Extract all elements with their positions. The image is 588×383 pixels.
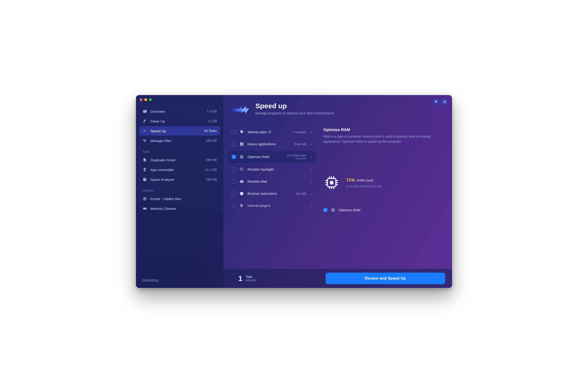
sidebar-item-duplicate-finder[interactable]: Duplicate Finder 299 MB (139, 155, 220, 165)
sidebar-item-badge: 12 GB (208, 119, 217, 123)
sidebar: Overview 7.4 GB Clean Up 12 GB (136, 95, 223, 288)
task-subvalue: Selected (287, 157, 306, 160)
footer-bar: 1 Task selected Review and Speed Up (223, 269, 452, 288)
maximize-window-button[interactable] (149, 98, 152, 101)
detail-panel: Optimize RAM RAM is a type of computer m… (323, 127, 443, 269)
svg-rect-15 (242, 143, 243, 144)
info-icon[interactable]: i (268, 130, 271, 134)
svg-rect-11 (144, 209, 145, 210)
chip-icon (331, 208, 335, 213)
sidebar-item-badge: 7.4 GB (207, 109, 217, 113)
chevron-right-icon: › (309, 179, 313, 184)
task-value: - (305, 204, 306, 208)
main-panel: Speed up Manage programs to optimize you… (223, 95, 452, 288)
task-checkbox[interactable] (232, 179, 236, 184)
task-value: 144 MB (295, 192, 306, 195)
svg-point-8 (144, 198, 146, 199)
close-window-button[interactable] (140, 98, 143, 101)
task-row-startup-apps[interactable]: Startup apps i 7 enabled › (228, 127, 316, 137)
page-title: Speed up (255, 102, 334, 110)
gauge-icon (143, 109, 147, 114)
svg-rect-24 (330, 181, 334, 185)
sidebar-item-label: App Uninstaller (150, 168, 174, 172)
sidebar-item-app-uninstaller[interactable]: App Uninstaller 11.1 GB (139, 165, 220, 174)
pie-icon (143, 177, 147, 182)
selected-task-row: Optimize RAM (323, 208, 443, 213)
selected-count-label: Task (246, 275, 256, 279)
sidebar-item-overview[interactable]: Overview 7.4 GB (139, 107, 220, 116)
task-row-reindex-mail[interactable]: Reindex Mail › (228, 176, 316, 187)
task-row-optimize-ram[interactable]: Optimize RAM 11.3 GB used Selected › (228, 151, 316, 163)
selected-count-number: 1 (238, 274, 242, 283)
sidebar-item-clean-up[interactable]: Clean Up 12 GB (139, 116, 220, 126)
chevron-right-icon: › (309, 167, 313, 172)
speed-up-hero-icon (230, 102, 252, 118)
task-row-heavy-apps[interactable]: Heavy applications 5.94 GB › (228, 139, 316, 149)
task-checkbox[interactable] (232, 155, 236, 159)
task-checkbox[interactable] (232, 167, 236, 171)
minimize-window-button[interactable] (144, 98, 147, 101)
task-checkbox (232, 204, 236, 208)
ram-percent: 71% (346, 178, 355, 182)
svg-point-20 (240, 168, 242, 170)
task-row-browser-extensions[interactable]: Browser extensions 144 MB › (228, 188, 316, 199)
chat-icon[interactable] (433, 98, 440, 105)
svg-rect-0 (143, 110, 147, 113)
sidebar-item-speed-up[interactable]: Speed Up 43 Tasks (139, 126, 220, 135)
svg-rect-13 (146, 209, 146, 210)
sidebar-item-badge: 299 MB (206, 158, 217, 162)
svg-rect-9 (143, 208, 147, 209)
task-value: 5.94 GB (294, 143, 306, 146)
task-row-reindex-spotlight[interactable]: Reindex Spotlight › (228, 164, 316, 175)
brand-logo: nektony (136, 273, 223, 288)
task-value: 7 enabled (292, 130, 306, 134)
svg-rect-1 (144, 111, 145, 111)
chevron-right-icon: › (309, 130, 313, 135)
app-window: Overview 7.4 GB Clean Up 12 GB (136, 95, 452, 288)
ram-icon (143, 206, 147, 211)
news-icon[interactable] (441, 98, 448, 105)
task-row-internet-plugins[interactable]: Internet plugins - › (228, 200, 316, 211)
sidebar-section-helpers: Helpers (136, 185, 223, 193)
detail-description: RAM is a type of computer memory that is… (323, 134, 443, 144)
task-checkbox[interactable] (232, 130, 236, 134)
duplicate-icon (143, 158, 147, 162)
sidebar-item-label: Manage Files (150, 139, 171, 143)
svg-rect-19 (241, 156, 242, 157)
speed-icon (143, 128, 147, 133)
svg-rect-6 (144, 159, 146, 162)
rocket-icon (239, 129, 244, 135)
ram-percent-label: RAM used (357, 178, 373, 182)
chip-large-icon (323, 174, 340, 191)
detail-title: Optimize RAM (323, 128, 443, 132)
sidebar-item-funter[interactable]: Funter - hidden files (139, 194, 220, 203)
sidebar-item-space-analyzer[interactable]: Space Analyzer 109 GB (139, 175, 220, 184)
svg-rect-10 (143, 209, 144, 210)
task-checkbox[interactable] (232, 192, 236, 196)
svg-point-4 (144, 141, 145, 142)
sidebar-item-manage-files[interactable]: Manage Files 108 GB (139, 136, 220, 145)
sidebar-item-memory-cleaner[interactable]: Memory Cleaner (139, 204, 220, 213)
top-right-actions (433, 98, 448, 105)
task-label: Browser extensions (248, 192, 277, 195)
sidebar-item-label: Clean Up (150, 119, 165, 123)
sidebar-item-badge: 108 GB (206, 139, 217, 143)
selected-count: 1 Task selected (230, 274, 319, 283)
target-icon (143, 196, 147, 201)
window-controls (140, 98, 152, 101)
page-header: Speed up Manage programs to optimize you… (223, 95, 452, 120)
svg-point-3 (145, 139, 146, 140)
chevron-right-icon: › (309, 154, 313, 159)
sidebar-item-badge: 43 Tasks (204, 129, 217, 133)
task-checkbox[interactable] (232, 142, 236, 146)
selected-count-sub: selected (246, 279, 256, 282)
review-and-speed-up-button[interactable]: Review and Speed Up (326, 273, 445, 284)
svg-rect-12 (145, 209, 146, 210)
chevron-right-icon: › (309, 203, 313, 208)
sidebar-item-label: Funter - hidden files (150, 197, 181, 201)
selected-task-checkbox[interactable] (323, 208, 327, 212)
grid-icon (239, 142, 244, 147)
sidebar-item-label: Duplicate Finder (150, 158, 176, 162)
svg-rect-16 (240, 144, 241, 146)
plugin-icon (239, 203, 244, 208)
